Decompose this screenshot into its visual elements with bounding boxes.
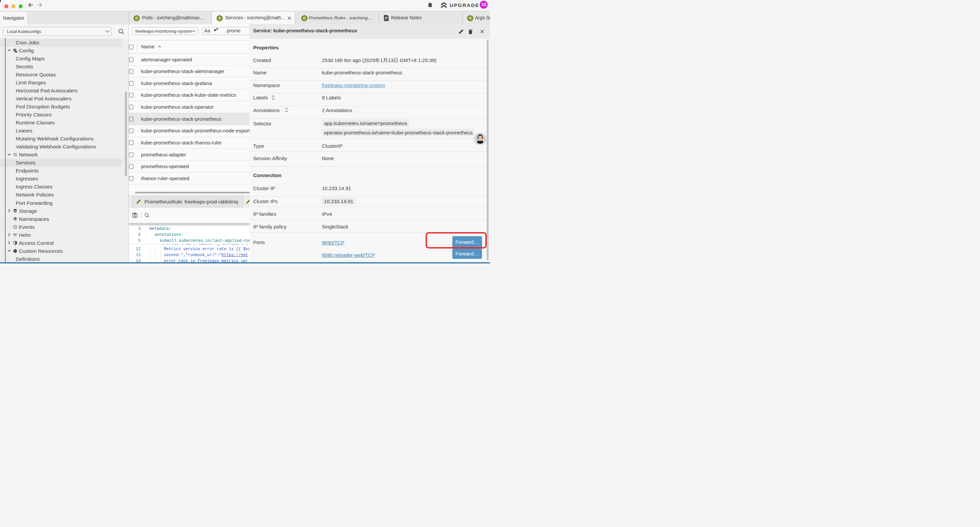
svg-text:HELM: HELM	[13, 233, 18, 234]
